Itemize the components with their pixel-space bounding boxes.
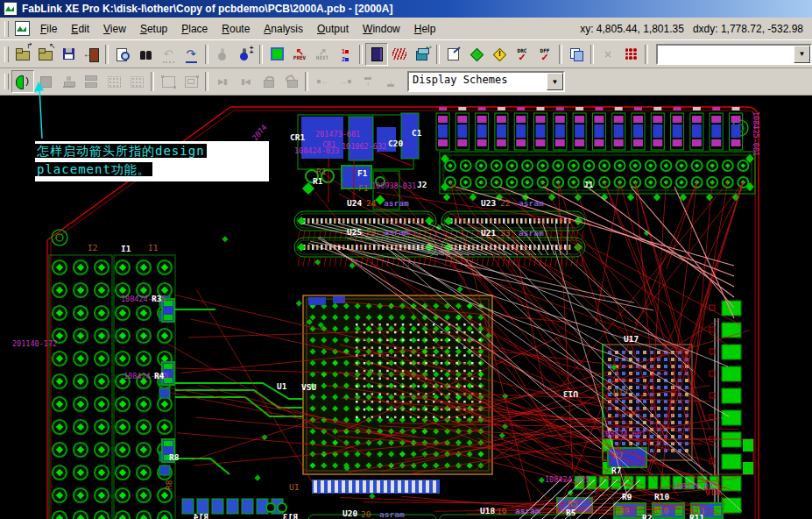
menubar-grip[interactable] [4,21,9,37]
pcb-label: asram [384,227,409,237]
toolbar-button-prev-error[interactable]: ↖PREV [288,43,311,66]
pcb-label: CR1 [290,132,305,142]
toolbar-button-delete: × [597,43,619,66]
menu-item-view[interactable]: View [96,20,133,38]
pcb-label: R7 [613,451,623,460]
pcb-label: R1 [313,176,323,186]
pcb-label: asram [379,509,405,519]
pcb-label: U17 [624,334,639,344]
toolbar-separator [359,45,363,64]
toolbar-button-part-mode[interactable] [365,43,388,66]
toolbar-button-highlight [211,43,234,66]
menu-item-route[interactable]: Route [215,20,257,38]
pcb-label: R3 [152,294,162,303]
toolbar-button-warnings[interactable]: ! [488,43,511,66]
toolbar-button-unlock-parts [279,70,302,93]
pcb-label: R5 [566,508,576,517]
toolbar-button-gather-parts: ▮◀ [234,70,257,93]
toolbar-button-print-preview[interactable] [111,43,134,66]
toolbar-button-scatter-place-a [102,70,125,93]
toolbar-button-save[interactable] [57,43,80,66]
pcb-label: F1 [358,183,369,193]
menu-item-file[interactable]: File [33,20,64,38]
toolbar-main: ↱↖←↶↷++↖PREV↗NEXT12↩→!DRC✓DFF✓×▼ [0,40,812,68]
pcb-label: I1 [148,243,159,252]
toolbar-button-drc-check[interactable]: DRC✓ [511,43,533,66]
pcb-label: 108425-001 [752,111,760,156]
selection-combo[interactable]: ▼ [656,44,812,65]
pcb-label: 101062-632 [342,142,386,151]
toolbar-button-add-highlight[interactable]: ++ [234,43,257,66]
toolbar-button-align-right: → [334,70,357,93]
toolbar-button-align-bottom: ↓ [379,70,402,93]
toolbar-button-align-top: ↑ [357,70,379,93]
pcb-label: U21 [481,228,496,238]
toolbar-button-find[interactable] [134,43,157,66]
toolbar-button-close[interactable]: ↖ [34,43,57,66]
toolbar-grip[interactable] [4,46,9,62]
toolbar-grip[interactable] [4,74,9,89]
menu-item-place[interactable]: Place [174,20,215,38]
toolbar-button-redo[interactable]: ↷ [180,43,202,66]
pcb-label: 24 [366,198,377,208]
pcb-label: R14 [194,512,208,519]
coordinate-readout: xy: 4,805.44, 1,801.35 dxdy: 1,778.72, -… [580,23,812,35]
toolbar-separator [559,45,562,64]
menu-item-help[interactable]: Help [407,20,443,38]
toolbar-separator [205,45,208,64]
toolbar-separator [151,72,154,91]
pcb-label: 108424-033 [294,146,339,155]
toolbar-button-exit[interactable]: ← [80,43,102,66]
menu-item-edit[interactable]: Edit [64,20,96,38]
pcb-label: R10 [654,492,669,501]
window-title: FabLink XE Pro K:\disk-l\other\Copy of p… [22,3,392,15]
pcb-label: J2 [417,180,427,189]
toolbar-button-undo: ↶ [157,43,180,66]
pcb-label: U20 [342,508,357,518]
toolbar-separator [590,45,594,64]
pcb-label: U13 [563,389,578,399]
menu-item-output[interactable]: Output [310,20,356,38]
toolbar-button-route-mode[interactable] [388,43,411,66]
combo-value: Display Schemes [409,73,547,90]
toolbar-button-edit-properties[interactable] [442,43,465,66]
display-schemes-combo[interactable]: Display Schemes▼ [407,71,565,92]
combo-dropdown-arrow-icon[interactable]: ▼ [794,46,810,63]
toolbar-separator [305,72,308,91]
pcb-label: R11 [689,513,704,519]
menu-item-setup[interactable]: Setup [133,20,174,38]
pcb-label: asram [519,198,544,208]
menu-item-window[interactable]: Window [356,20,407,38]
toolbar-button-copy[interactable] [565,43,588,66]
toolbar-button-dff-check[interactable]: DFF✓ [533,43,556,66]
toolbar-separator [259,45,263,64]
toolbar-separator [436,45,440,64]
pcb-label: I2 [88,243,97,252]
toolbar-button-open[interactable]: ↱ [11,43,34,66]
pcb-label: 108424-025 [545,475,590,484]
toolbar-button-layer-pair[interactable]: 12 [334,43,357,66]
pcb-label: U17 [613,387,628,397]
toolbar-button-place-part [34,70,57,93]
pcb-label: R8 [164,480,173,490]
title-bar[interactable]: FabLink XE Pro K:\disk-l\other\Copy of p… [0,0,812,18]
toolbar-separator [645,45,648,64]
toolbar-button-view-3d[interactable]: ↩ [411,43,434,66]
pcb-label: U18 [480,506,495,515]
menu-items: FileEditViewSetupPlaceRouteAnalysisOutpu… [33,20,442,38]
pcb-label: C20 [388,139,403,148]
pcb-label: C1 [412,128,422,138]
toolbar-button-run-check[interactable]: → [465,43,488,66]
pcb-canvas[interactable]: CR1201473-601CR1101062-632C20C1108424-03… [0,96,812,519]
toolbar-button-fill-color[interactable] [265,43,288,66]
toolbar-button-grid[interactable] [619,43,642,66]
pcb-label: 2074 [251,123,269,142]
toolbar-button-split-bars [80,70,102,93]
pcb-label: U16 [705,487,720,497]
menu-item-analysis[interactable]: Analysis [257,20,310,38]
pcb-label: I1 [121,244,131,253]
annotation-note: 怎样启动箭头所指的design placement功能。 [35,141,269,181]
combo-dropdown-arrow-icon[interactable]: ▼ [547,73,563,90]
toolbar-button-next-error: ↗NEXT [311,43,334,66]
toolbar-button-design-placement[interactable]: ) [11,70,34,93]
